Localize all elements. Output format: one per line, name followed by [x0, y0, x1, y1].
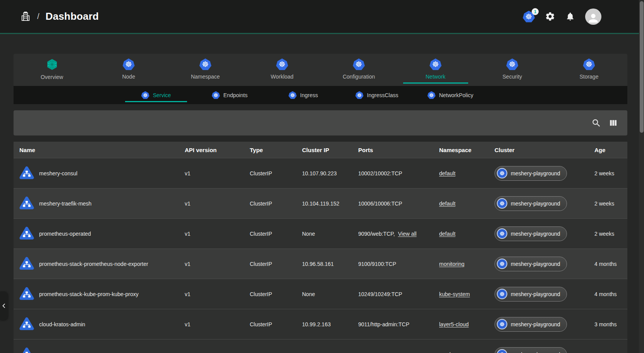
service-icon [19, 166, 34, 181]
column-header[interactable]: Cluster IP [302, 147, 358, 153]
name-cell: prometheus-operated [19, 226, 185, 241]
cluster-chip[interactable]: ☸ meshery-playground [495, 287, 567, 302]
namespace-link[interactable]: default [439, 200, 455, 207]
cluster-chip[interactable]: ☸ meshery-playground [495, 317, 567, 332]
column-header[interactable]: API version [185, 147, 250, 153]
main-tab[interactable]: ☸ Namespace [167, 54, 244, 86]
namespace-cell: default [439, 231, 495, 237]
main-tab[interactable]: ☸ Configuration [321, 54, 397, 86]
namespace-link[interactable]: default [439, 231, 455, 237]
main-tab[interactable]: ☸ Network [397, 54, 474, 86]
cluster-name: meshery-playground [511, 351, 560, 353]
ports-value: 10006/10006:TCP [358, 200, 402, 207]
table-row[interactable]: meshery-consul v1 ClusterIP 10.107.90.22… [14, 158, 627, 188]
user-avatar[interactable] [585, 9, 601, 25]
table-row[interactable]: prometheus-stack-prometheus-node-exporte… [14, 248, 627, 279]
age-cell: 2 weeks [594, 231, 627, 237]
sub-tab[interactable]: ☸ Service [119, 86, 193, 104]
page-title: Dashboard [46, 10, 99, 22]
sub-tab[interactable]: ☸ NetworkPolicy [414, 86, 487, 104]
main-tab-label: Configuration [343, 74, 375, 80]
main-tab[interactable]: ☸ Security [474, 54, 551, 86]
cluster-chip[interactable]: ☸ meshery-playground [495, 226, 567, 241]
namespace-link[interactable]: monitoring [439, 261, 464, 267]
kubernetes-icon: ☸ [497, 349, 507, 353]
service-icon [19, 317, 34, 332]
namespace-link[interactable]: layer5-cloud [439, 321, 469, 327]
app-header: / Dashboard ☸ 1 [0, 0, 644, 34]
sub-tab[interactable]: ☸ Endpoints [193, 86, 266, 104]
view-all-link[interactable]: View all [398, 231, 417, 237]
main-tab[interactable]: ☸ Storage [551, 54, 627, 86]
kubernetes-icon: ☸ [353, 58, 365, 70]
namespace-link[interactable]: kube-system [439, 291, 470, 297]
sub-tab[interactable]: ☸ Ingress [266, 86, 340, 104]
kubernetes-context-button[interactable]: ☸ 1 [523, 11, 535, 22]
main-tab-label: Overview [41, 74, 63, 80]
cluster-name: meshery-playground [511, 231, 560, 237]
main-tab[interactable]: ☸ Workload [244, 54, 320, 86]
column-header[interactable]: Type [250, 147, 302, 153]
service-icon [19, 347, 34, 353]
service-name: cloud-kratos-admin [39, 321, 85, 327]
cluster-cell: ☸ meshery-playground [495, 226, 594, 241]
table-row[interactable]: prometheus-stack-kube-prom-kube-proxy v1… [14, 279, 627, 309]
name-cell: meshery-traefik-mesh [19, 196, 185, 211]
kubernetes-icon: ☸ [583, 58, 595, 70]
cluster-chip[interactable]: ☸ meshery-playground [495, 166, 567, 181]
kubernetes-icon: ☸ [429, 58, 441, 70]
cluster-cell: ☸ meshery-playground [495, 287, 594, 302]
scrollbar-thumb[interactable] [640, 1, 644, 133]
cluster-chip[interactable]: ☸ meshery-playground [495, 347, 567, 353]
ports-cell: 10249/10249:TCP [358, 291, 439, 297]
name-cell [19, 347, 185, 353]
sub-tab-label: Endpoints [223, 92, 247, 98]
service-name: prometheus-operated [39, 231, 91, 237]
ports-value: 9100/9100:TCP [358, 261, 396, 267]
search-icon[interactable] [591, 118, 601, 128]
cluster-chip[interactable]: ☸ meshery-playground [495, 257, 567, 271]
age-cell: 2 weeks [594, 170, 627, 176]
ports-value: 10249/10249:TCP [358, 291, 402, 297]
main-tabs: Overview ☸ Node ☸ Namespace ☸ Workload ☸… [14, 54, 627, 86]
collapse-panel-handle[interactable] [0, 291, 8, 320]
table-row[interactable]: meshery-traefik-mesh v1 ClusterIP 10.104… [14, 188, 627, 218]
kubernetes-icon: ☸ [199, 58, 211, 70]
kubernetes-icon: ☸ [428, 91, 436, 99]
kubernetes-icon: ☸ [123, 58, 135, 70]
ports-cell: 9100/9100:TCP [358, 261, 439, 267]
namespace-link[interactable]: default [439, 170, 455, 176]
table-row[interactable]: prometheus-operated v1 ClusterIP None 90… [14, 218, 627, 248]
kubernetes-icon: ☸ [497, 168, 507, 178]
kubernetes-icon: ☸ [506, 58, 518, 70]
main-tab[interactable]: Overview [14, 54, 90, 86]
service-name: prometheus-stack-kube-prom-kube-proxy [39, 291, 139, 297]
notifications-bell-icon[interactable] [565, 12, 575, 21]
column-header[interactable]: Age [594, 147, 627, 153]
cluster-cell: ☸ meshery-playground [495, 317, 594, 332]
view-columns-icon[interactable] [608, 118, 618, 128]
name-cell: prometheus-stack-kube-prom-kube-proxy [19, 287, 185, 302]
column-header[interactable]: Cluster [495, 147, 594, 153]
api-version-cell: v1 [185, 321, 250, 327]
column-header[interactable]: Ports [358, 147, 439, 153]
table-row[interactable]: cloud-kratos-admin v1 ClusterIP 10.99.2.… [14, 309, 627, 339]
organization-building-icon[interactable] [20, 11, 31, 22]
column-header[interactable]: Namespace [439, 147, 495, 153]
age-cell: 2 weeks [594, 200, 627, 207]
ports-value: 10002/10002:TCP [358, 170, 402, 176]
api-version-cell: v1 [185, 291, 250, 297]
settings-gear-icon[interactable] [545, 11, 555, 22]
main-tab[interactable]: ☸ Node [90, 54, 167, 86]
cluster-chip[interactable]: ☸ meshery-playground [495, 196, 567, 211]
ports-cell: 9090/web:TCP, View all [358, 231, 439, 237]
table-row[interactable]: meshery ☸ meshery-playground [14, 339, 627, 353]
kubernetes-icon: ☸ [497, 319, 507, 329]
namespace-link[interactable]: meshery [439, 351, 460, 353]
meshery-mesh-icon [46, 58, 58, 70]
cluster-name: meshery-playground [511, 170, 560, 176]
cluster-cell: ☸ meshery-playground [495, 347, 594, 353]
column-header[interactable]: Name [19, 147, 185, 153]
sub-tab[interactable]: ☸ IngressClass [340, 86, 414, 104]
breadcrumb: / Dashboard [20, 10, 99, 22]
